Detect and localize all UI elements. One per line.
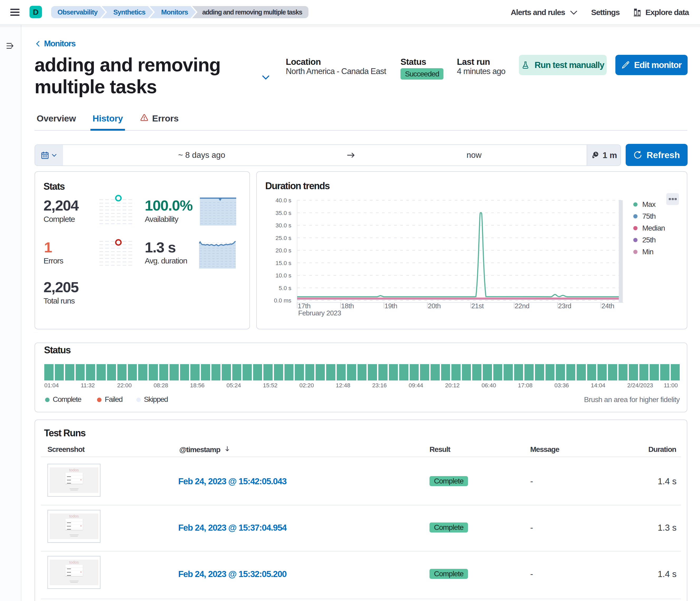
svg-text:30.0 s: 30.0 s [276, 222, 291, 229]
svg-text:35.0 s: 35.0 s [276, 210, 291, 216]
svg-text:February 2023: February 2023 [298, 309, 341, 317]
svg-text:22nd: 22nd [515, 302, 529, 310]
svg-text:17th: 17th [298, 302, 310, 310]
svg-text:40.0 s: 40.0 s [276, 197, 291, 204]
svg-text:19th: 19th [384, 302, 397, 310]
svg-text:15.0 s: 15.0 s [276, 260, 291, 266]
svg-text:23rd: 23rd [558, 302, 571, 310]
svg-text:20th: 20th [428, 302, 441, 310]
svg-text:5.0 s: 5.0 s [279, 285, 291, 291]
svg-text:21st: 21st [471, 302, 484, 310]
svg-text:18th: 18th [341, 302, 354, 310]
svg-text:20.0 s: 20.0 s [276, 247, 291, 254]
svg-text:0.0 ms: 0.0 ms [274, 297, 291, 304]
svg-text:25.0 s: 25.0 s [276, 235, 291, 241]
svg-text:10.0 s: 10.0 s [276, 272, 291, 279]
svg-text:24th: 24th [601, 302, 614, 310]
